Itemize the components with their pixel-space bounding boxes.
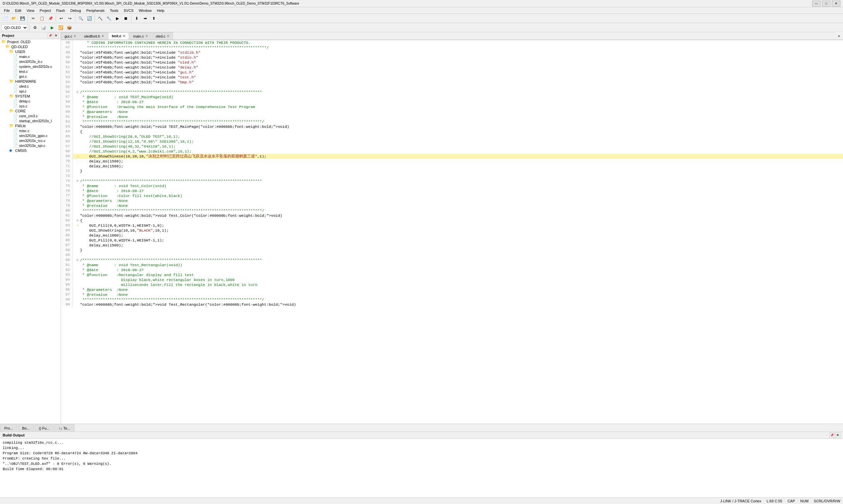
menu-item-file[interactable]: File — [1, 8, 13, 13]
tree-node-main-c[interactable]: 📄main.c — [0, 54, 60, 59]
save-button[interactable]: 💾 — [18, 15, 26, 22]
tab-close-main-c[interactable]: ✕ — [145, 34, 148, 38]
code-line-76[interactable]: 76 * @date : 2018-08-27 — [61, 188, 843, 193]
code-line-60[interactable]: 60 * @parameters :None — [61, 109, 843, 114]
maximize-button[interactable]: □ — [822, 1, 830, 6]
tree-node-fwlib[interactable]: 📁FWLib — [0, 123, 60, 128]
code-line-61[interactable]: 61 * @retvalue :None — [61, 114, 843, 119]
code-line-81[interactable]: 81"color:#00008b;font-weight:bold;">void… — [61, 213, 843, 218]
tree-node-stm32f10x_it[interactable]: 📄stm32f10x_it.c — [0, 59, 60, 64]
code-line-77[interactable]: 77 * @function :Color fill test(white,bl… — [61, 193, 843, 198]
code-line-79[interactable]: 79 * @retvalue :None — [61, 203, 843, 208]
code-line-49[interactable]: 49"color:#5f4b8b;font-weight:bold;">#inc… — [61, 55, 843, 60]
menu-item-peripherals[interactable]: Peripherals — [84, 8, 107, 13]
menu-item-edit[interactable]: Edit — [13, 8, 24, 13]
menu-item-flash[interactable]: Flash — [54, 8, 68, 13]
build-output-close[interactable]: ✕ — [835, 433, 840, 438]
code-line-70[interactable]: 70 delay_ms(1500); — [61, 159, 843, 164]
menu-item-window[interactable]: Window — [136, 8, 154, 13]
code-line-58[interactable]: 58 * @date : 2018-08-27 — [61, 100, 843, 104]
tree-node-core[interactable]: 📁CORE — [0, 108, 60, 113]
tree-node-hardware[interactable]: 📁HARDWARE — [0, 79, 60, 84]
menu-item-debug[interactable]: Debug — [68, 8, 84, 13]
redo-button[interactable]: ↪ — [66, 15, 74, 22]
code-line-84[interactable]: 84 GUI_ShowString(10,10,"BLACK",16,1); — [61, 228, 843, 233]
find-button[interactable]: 🔍 — [77, 15, 85, 22]
code-line-50[interactable]: 50"color:#5f4b8b;font-weight:bold;">#inc… — [61, 60, 843, 65]
tree-node-stm32f10x-spi[interactable]: 📄stm32f10x_spi.c — [0, 143, 60, 148]
tree-node-oled[interactable]: 📁Project: OLED — [0, 39, 60, 44]
close-button[interactable]: ✕ — [832, 1, 840, 6]
target-select[interactable]: QD-OLED — [1, 24, 28, 31]
code-line-85[interactable]: 85 delay_ms(1000); — [61, 233, 843, 238]
tree-node-system[interactable]: 📁SYSTEM — [0, 93, 60, 98]
tree-node-stm32f10x-gpio[interactable]: 📄stm32f10x_gpio.c — [0, 133, 60, 138]
code-line-87[interactable]: 87 delay_ms(1500); — [61, 243, 843, 248]
code-line-55[interactable]: 55 — [61, 85, 843, 90]
code-line-54[interactable]: 54"color:#5f4b8b;font-weight:bold;">#inc… — [61, 80, 843, 85]
menu-item-svcs[interactable]: SVCS — [121, 8, 136, 13]
tree-node-delay-c[interactable]: 📄delay.c — [0, 98, 60, 104]
code-line-96[interactable]: 96 * @parameters :None — [61, 287, 843, 292]
code-line-72[interactable]: 72} — [61, 169, 843, 174]
tree-node-user[interactable]: 📁USER — [0, 49, 60, 54]
code-line-82[interactable]: 82▷{ — [61, 218, 843, 223]
undo-button[interactable]: ↩ — [57, 15, 65, 22]
project-tree[interactable]: 📁Project: OLED📁QD-OLED📁USER📄main.c📄stm32… — [0, 39, 60, 424]
tab-close-oled-c[interactable]: ✕ — [167, 34, 169, 38]
sidebar-pin-button[interactable]: 📌 — [48, 33, 53, 38]
tree-node-oled-c[interactable]: 📄oled.c — [0, 84, 60, 89]
tab-close-gui-c[interactable]: ✕ — [73, 34, 76, 38]
code-line-98[interactable]: 98 *************************************… — [61, 297, 843, 302]
code-line-46[interactable]: 46 * CODING INFORMATION CONTAINED HEREIN… — [61, 40, 843, 45]
code-line-99[interactable]: 99"color:#00008b;font-weight:bold;">void… — [61, 302, 843, 307]
code-line-71[interactable]: 71 delay_ms(1500); — [61, 164, 843, 169]
tree-node-misc[interactable]: 📄misc.c — [0, 128, 60, 133]
code-line-57[interactable]: 57 * @name : void TEST_MainPage(void) — [61, 94, 843, 100]
menu-item-project[interactable]: Project — [37, 8, 53, 13]
debug-button[interactable]: ▶ — [113, 15, 121, 22]
rebuild-button[interactable]: 🔧 — [105, 15, 113, 22]
code-line-83[interactable]: 83⚠ GUI_Fill(0,0,WIDTH-1,HEIGHT-1,0); — [61, 223, 843, 228]
code-line-64[interactable]: 64{ — [61, 129, 843, 134]
code-line-63[interactable]: 63"color:#00008b;font-weight:bold;">void… — [61, 124, 843, 129]
code-line-51[interactable]: 51"color:#5f4b8b;font-weight:bold;">#inc… — [61, 65, 843, 70]
code-line-65[interactable]: 65 //GUI_ShowString(28,0,"OLED TEST",16,… — [61, 134, 843, 139]
tree-node-spi-c[interactable]: 📄spi.c — [0, 89, 60, 93]
step-out-button[interactable]: ⬆ — [150, 15, 158, 22]
code-line-47[interactable]: 47 *************************************… — [61, 45, 843, 50]
tree-node-test-c[interactable]: 📄test.c — [0, 69, 60, 74]
tree-node-startup[interactable]: 📄startup_stm32f10x_l — [0, 118, 60, 123]
batch-build-button[interactable]: 📦 — [65, 24, 73, 31]
tab-main-c[interactable]: main.c✕ — [129, 32, 151, 39]
step-in-button[interactable]: ⬇ — [133, 15, 141, 22]
bottom-tab-functions[interactable]: () Fu... — [35, 424, 54, 432]
code-line-80[interactable]: 80 *************************************… — [61, 208, 843, 213]
code-line-90[interactable]: 90▷/************************************… — [61, 257, 843, 263]
close-tab-button[interactable]: ✕ — [837, 34, 842, 39]
code-line-69[interactable]: 69⚠ GUI_ShowChinese(10,20,16,"决别之时时已至跨过高… — [61, 154, 843, 159]
build-output-pin[interactable]: 📌 — [829, 433, 835, 438]
code-line-68[interactable]: 68 //GUI_ShowString(4,2,"www.lcdwiki.com… — [61, 149, 843, 154]
tab-gui-c[interactable]: gui.c✕ — [61, 32, 80, 39]
code-line-86[interactable]: 86 GUI_Fill(0,0,WIDTH-1,HEIGHT-1,1); — [61, 238, 843, 243]
sidebar-close-button[interactable]: ✕ — [53, 33, 59, 38]
rebuild-all-button[interactable]: 🔁 — [57, 24, 65, 31]
tab-close-oledfont-h[interactable]: ✕ — [102, 34, 104, 38]
code-line-48[interactable]: 48"color:#5f4b8b;font-weight:bold;">#inc… — [61, 50, 843, 55]
code-line-93[interactable]: 93 * @function :Rectangular display and … — [61, 272, 843, 277]
code-line-56[interactable]: 56▷/************************************… — [61, 90, 843, 94]
tab-oled-c[interactable]: oled.c✕ — [152, 32, 173, 39]
tab-oledfont-h[interactable]: oledfont.h✕ — [80, 32, 107, 39]
copy-button[interactable]: 📋 — [38, 15, 46, 22]
tree-node-system_stm32f10x[interactable]: 📄system_stm32f10x.c — [0, 64, 60, 69]
menu-item-help[interactable]: Help — [154, 8, 167, 13]
code-line-94[interactable]: 94 Display black,white rectangular boxes… — [61, 277, 843, 282]
menu-item-view[interactable]: View — [24, 8, 37, 13]
step-over-button[interactable]: ➡ — [141, 15, 149, 22]
code-line-75[interactable]: 75 * @name : void Test_Color(void) — [61, 183, 843, 188]
tree-node-qd-oled[interactable]: 📁QD-OLED — [0, 44, 60, 49]
code-line-88[interactable]: 88} — [61, 248, 843, 253]
code-line-74[interactable]: 74▷/************************************… — [61, 179, 843, 183]
paste-button[interactable]: 📌 — [47, 15, 54, 22]
